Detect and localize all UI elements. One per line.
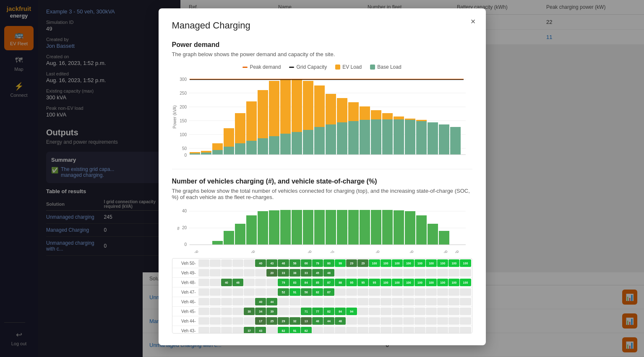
soc-cell: 46 xyxy=(278,259,289,267)
svg-rect-51 xyxy=(337,98,347,122)
soc-cell: 100 xyxy=(448,279,459,286)
soc-cell: 79 xyxy=(312,259,323,267)
soc-cell xyxy=(369,269,380,277)
soc-cell: 100 xyxy=(415,259,425,267)
vehicle-count-chart: 40 20 0 # xyxy=(172,207,472,255)
soc-cell: 83 xyxy=(289,279,300,286)
soc-cell xyxy=(437,269,448,277)
soc-cell: 100 xyxy=(415,279,425,286)
svg-rect-101 xyxy=(280,210,291,245)
soc-cell: 82 xyxy=(312,288,323,296)
soc-cell xyxy=(278,298,289,305)
soc-cell: 33 xyxy=(301,269,312,277)
soc-cell xyxy=(392,269,403,277)
svg-rect-57 xyxy=(405,119,415,120)
soc-cell xyxy=(415,317,425,325)
soc-cell xyxy=(437,288,448,296)
svg-rect-35 xyxy=(428,122,438,155)
soc-cell: 94 xyxy=(346,308,357,315)
soc-cell xyxy=(460,298,471,305)
svg-rect-56 xyxy=(394,116,404,119)
svg-rect-106 xyxy=(337,210,347,245)
soc-cell xyxy=(357,269,368,277)
soc-cell: 52 xyxy=(278,288,289,296)
soc-cell: 32 xyxy=(289,317,300,325)
soc-cell: 45 xyxy=(312,269,323,277)
soc-cell: 39 xyxy=(266,308,277,315)
soc-cell xyxy=(381,308,391,315)
svg-text:40: 40 xyxy=(182,209,187,213)
soc-cell xyxy=(198,298,209,305)
svg-rect-26 xyxy=(326,124,336,155)
soc-cell xyxy=(369,317,380,325)
modal-close-button[interactable]: × xyxy=(471,17,476,26)
svg-rect-53 xyxy=(360,106,370,120)
soc-cell xyxy=(392,317,403,325)
svg-text:300: 300 xyxy=(180,77,187,82)
soc-cell xyxy=(403,327,414,334)
svg-rect-32 xyxy=(394,119,404,155)
power-demand-chart: 300 250 200 150 100 50 0 Power (kVA) xyxy=(172,75,472,160)
legend-label-peak: Peak demand xyxy=(250,64,281,70)
svg-rect-98 xyxy=(246,215,257,245)
soc-cell xyxy=(312,327,323,334)
svg-rect-41 xyxy=(224,128,234,147)
svg-rect-97 xyxy=(235,224,245,245)
soc-cell: 100 xyxy=(369,259,380,267)
modal-title: Managed Charging xyxy=(172,20,472,31)
svg-rect-107 xyxy=(348,210,359,245)
svg-rect-16 xyxy=(212,150,223,155)
svg-rect-52 xyxy=(348,102,359,121)
soc-cell: 100 xyxy=(392,259,403,267)
soc-cell xyxy=(266,327,277,334)
soc-cell xyxy=(323,327,334,334)
soc-cell xyxy=(198,327,209,334)
soc-row: Veh 43-3743829182 xyxy=(172,326,472,334)
soc-cell: 100 xyxy=(392,279,403,286)
soc-cell xyxy=(448,298,459,305)
soc-cell: 100 xyxy=(437,279,448,286)
soc-cell xyxy=(392,298,403,305)
soc-cell xyxy=(221,269,232,277)
soc-cell: 43 xyxy=(255,327,266,334)
soc-cell: 100 xyxy=(426,279,437,286)
svg-text:50: 50 xyxy=(182,146,187,151)
soc-grid[interactable]: Veh 50-404346566679809929291001001001001… xyxy=(172,258,472,334)
soc-cell: 99 xyxy=(335,259,346,267)
vehicles-section-title: Number of vehicles charging (#), and veh… xyxy=(172,178,472,185)
svg-text:07:00: 07:00 xyxy=(406,249,415,253)
soc-cell xyxy=(369,288,380,296)
svg-rect-115 xyxy=(439,231,449,245)
soc-cell xyxy=(415,308,425,315)
soc-cell xyxy=(198,269,209,277)
count-chart-svg: 40 20 0 # xyxy=(172,207,466,253)
legend-label-grid: Grid Capacity xyxy=(296,64,327,70)
soc-row: Veh 48-404679838485878895959510010010010… xyxy=(172,278,472,287)
soc-cell: 100 xyxy=(448,259,459,267)
soc-cell xyxy=(437,298,448,305)
soc-cell: 100 xyxy=(460,259,471,267)
svg-rect-103 xyxy=(303,210,313,245)
soc-cell: 30 xyxy=(244,308,255,315)
soc-cell: 29 xyxy=(346,259,357,267)
legend-ev-load: EV Load xyxy=(335,64,362,70)
svg-text:0: 0 xyxy=(184,242,187,247)
soc-cell: 29 xyxy=(278,317,289,325)
power-demand-title: Power demand xyxy=(172,41,472,49)
svg-text:Power (kVA): Power (kVA) xyxy=(172,105,177,128)
svg-rect-21 xyxy=(269,136,279,155)
soc-cell xyxy=(210,308,221,315)
svg-rect-48 xyxy=(303,81,313,130)
legend-dot-ev xyxy=(335,65,340,70)
svg-rect-47 xyxy=(292,79,302,132)
legend-dot-grid xyxy=(289,67,294,68)
soc-cell: 91 xyxy=(289,288,300,296)
soc-cell xyxy=(335,288,346,296)
soc-cell xyxy=(403,308,414,315)
soc-cell: 91 xyxy=(289,327,300,334)
svg-rect-105 xyxy=(326,210,336,245)
soc-cell xyxy=(289,308,300,315)
soc-cell xyxy=(221,317,232,325)
soc-cell xyxy=(210,259,221,267)
soc-cell: 56 xyxy=(301,288,312,296)
